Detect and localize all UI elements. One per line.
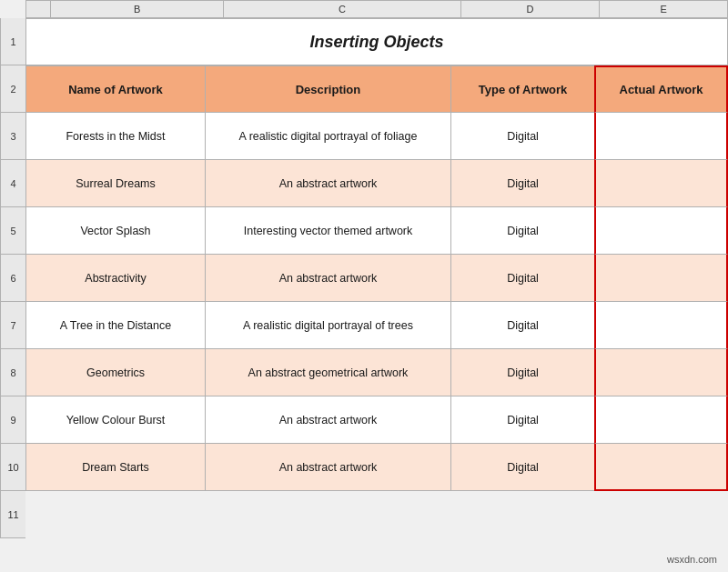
cell-artwork-3 [594, 113, 728, 160]
cell-desc-6: An abstract artwork [205, 255, 450, 302]
row-num-1: 1 [0, 18, 25, 65]
cell-name-4: Surreal Dreams [25, 160, 205, 207]
cell-type-4: Digital [450, 160, 594, 207]
cell-type-6: Digital [450, 255, 594, 302]
row-num-4: 4 [0, 160, 25, 207]
cell-desc-5: Interesting vector themed artwork [205, 207, 450, 255]
cell-desc-10: An abstract artwork [205, 444, 450, 491]
col-header-d: D [460, 0, 599, 18]
cell-name-5: Vector Splash [25, 207, 205, 255]
col-header-a [25, 0, 50, 18]
cell-artwork-5 [594, 207, 728, 255]
table-row: Vector Splash Interesting vector themed … [25, 207, 728, 255]
spreadsheet-title: Inserting Objects [25, 18, 728, 65]
cell-name-8: Geometrics [25, 349, 205, 396]
col-header-b: B [50, 0, 223, 18]
row-numbers: 1 2 3 4 5 6 7 8 9 10 11 [0, 18, 25, 538]
header-type: Type of Artwork [450, 65, 594, 113]
header-description: Description [205, 65, 450, 113]
title-row: Inserting Objects [25, 18, 728, 65]
cell-desc-9: An abstract artwork [205, 396, 450, 444]
cell-name-3: Forests in the Midst [25, 113, 205, 160]
cell-type-5: Digital [450, 207, 594, 255]
row-num-10: 10 [0, 444, 25, 491]
table-row: Yellow Colour Burst An abstract artwork … [25, 396, 728, 444]
cell-artwork-4 [594, 160, 728, 207]
cell-artwork-8 [594, 349, 728, 396]
header-artwork: Actual Artwork [594, 65, 728, 113]
row-num-6: 6 [0, 255, 25, 302]
table-row: Geometrics An abstract geometrical artwo… [25, 349, 728, 396]
table-row: Dream Starts An abstract artwork Digital [25, 444, 728, 491]
header-row: Name of Artwork Description Type of Artw… [25, 65, 728, 113]
table-area: Inserting Objects Name of Artwork Descri… [25, 18, 728, 538]
spreadsheet-body: 1 2 3 4 5 6 7 8 9 10 11 Inserting Object… [0, 18, 728, 538]
table-row: Abstractivity An abstract artwork Digita… [25, 255, 728, 302]
table-row: Forests in the Midst A realistic digital… [25, 113, 728, 160]
row-num-9: 9 [0, 396, 25, 444]
column-headers: B C D E [25, 0, 728, 18]
cell-name-6: Abstractivity [25, 255, 205, 302]
cell-type-7: Digital [450, 302, 594, 349]
row-num-11: 11 [0, 491, 25, 538]
table-row: A Tree in the Distance A realistic digit… [25, 302, 728, 349]
header-name: Name of Artwork [25, 65, 205, 113]
cell-name-10: Dream Starts [25, 444, 205, 491]
cell-artwork-10 [594, 444, 728, 491]
cell-artwork-7 [594, 302, 728, 349]
col-header-c: C [223, 0, 460, 18]
row-num-3: 3 [0, 113, 25, 160]
spreadsheet: B C D E 1 2 3 4 5 6 7 8 9 10 11 Insertin… [0, 0, 728, 572]
cell-type-3: Digital [450, 113, 594, 160]
cell-artwork-9 [594, 396, 728, 444]
cell-type-8: Digital [450, 349, 594, 396]
cell-artwork-6 [594, 255, 728, 302]
cell-desc-8: An abstract geometrical artwork [205, 349, 450, 396]
row-num-5: 5 [0, 207, 25, 255]
watermark: wsxdn.com [667, 554, 717, 565]
cell-desc-4: An abstract artwork [205, 160, 450, 207]
cell-desc-3: A realistic digital portrayal of foliage [205, 113, 450, 160]
cell-name-9: Yellow Colour Burst [25, 396, 205, 444]
row-num-2: 2 [0, 65, 25, 113]
cell-desc-7: A realistic digital portrayal of trees [205, 302, 450, 349]
row-num-8: 8 [0, 349, 25, 396]
col-header-e: E [599, 0, 728, 18]
cell-name-7: A Tree in the Distance [25, 302, 205, 349]
table-row: Surreal Dreams An abstract artwork Digit… [25, 160, 728, 207]
cell-type-9: Digital [450, 396, 594, 444]
cell-type-10: Digital [450, 444, 594, 491]
row-num-7: 7 [0, 302, 25, 349]
